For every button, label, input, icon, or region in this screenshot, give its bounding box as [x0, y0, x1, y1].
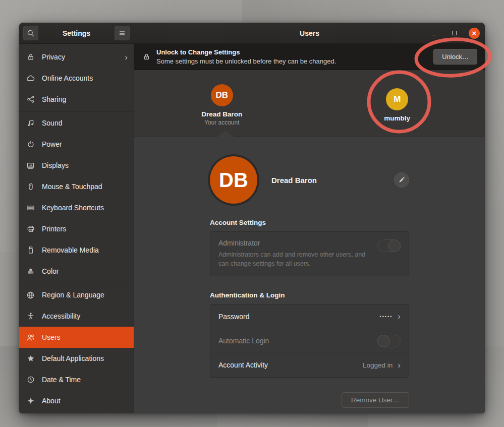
share-icon	[26, 95, 35, 104]
sidebar-item-label: Default Applications	[42, 354, 104, 362]
sidebar-item-label: Region & Language	[42, 291, 104, 299]
close-button[interactable]: ×	[469, 28, 480, 39]
star-icon	[26, 354, 35, 363]
sidebar-item-region-language[interactable]: Region & Language	[19, 284, 134, 306]
printer-icon	[26, 225, 35, 233]
edit-name-button[interactable]	[394, 172, 409, 188]
power-icon	[26, 140, 35, 149]
sidebar-item-users[interactable]: Users	[19, 327, 134, 348]
sidebar-item-displays[interactable]: Displays	[19, 155, 134, 176]
sidebar-item-privacy[interactable]: Privacy ›	[19, 46, 134, 68]
sidebar-item-about[interactable]: About	[19, 390, 134, 411]
sidebar-item-label: About	[42, 397, 61, 405]
sidebar-item-date-time[interactable]: Date & Time	[19, 369, 134, 390]
globe-icon	[26, 291, 35, 299]
automatic-login-toggle[interactable]	[377, 335, 401, 347]
users-icon	[26, 333, 35, 342]
administrator-description: Administrators can add and remove other …	[218, 250, 370, 268]
sidebar-item-label: Power	[42, 140, 62, 148]
sparkle-icon	[26, 397, 35, 405]
sidebar-item-accessibility[interactable]: Accessibility	[19, 306, 134, 327]
account-settings-card: Administrator Administrators can add and…	[210, 231, 409, 276]
toggle-knob	[377, 335, 390, 347]
settings-window: Settings Privacy › Online Accounts	[19, 23, 485, 413]
sidebar-item-label: Accessibility	[42, 312, 80, 320]
sidebar-item-removable-media[interactable]: Removable Media	[19, 239, 134, 261]
user-card-mumbly[interactable]: M mumbly	[310, 70, 485, 137]
maximize-button[interactable]	[449, 28, 460, 39]
account-activity-row[interactable]: Account Activity Logged in ›	[210, 353, 409, 377]
sidebar-item-sharing[interactable]: Sharing	[19, 89, 134, 110]
sidebar-item-keyboard-shortcuts[interactable]: Keyboard Shortcuts	[19, 197, 134, 218]
menu-button[interactable]	[115, 26, 130, 40]
chevron-right-icon: ›	[398, 312, 401, 321]
pencil-icon	[398, 176, 405, 184]
avatar-initials: DB	[219, 169, 248, 192]
avatar-initials: DB	[215, 90, 228, 100]
search-button[interactable]	[23, 26, 38, 40]
auth-login-card: Password ••••• › Automatic Login Acco	[210, 304, 409, 378]
selected-user-pointer	[217, 131, 234, 137]
sidebar-item-default-applications[interactable]: Default Applications	[19, 348, 134, 369]
sidebar-item-label: Displays	[42, 161, 69, 169]
sidebar-item-label: Keyboard Shortcuts	[42, 204, 104, 212]
avatar: DB	[211, 84, 233, 106]
automatic-login-label: Automatic Login	[218, 337, 269, 345]
user-carousel: DB Dread Baron Your account M mumbly	[134, 70, 485, 137]
remove-user-button[interactable]: Remove User…	[342, 392, 409, 408]
sidebar-header: Settings	[19, 23, 134, 44]
administrator-row: Administrator Administrators can add and…	[210, 232, 409, 276]
minimize-button[interactable]	[428, 28, 439, 39]
sidebar-item-online-accounts[interactable]: Online Accounts	[19, 68, 134, 89]
administrator-toggle[interactable]	[377, 239, 401, 252]
lock-icon	[143, 53, 150, 60]
sidebar-item-color[interactable]: Color	[19, 261, 134, 282]
section-heading-account-settings: Account Settings	[210, 219, 409, 226]
user-name: Dread Baron	[201, 110, 242, 118]
sidebar-item-label: Mouse & Touchpad	[42, 182, 102, 191]
automatic-login-row: Automatic Login	[210, 329, 409, 353]
sidebar-separator	[19, 283, 134, 283]
search-icon	[27, 29, 35, 37]
sidebar-item-label: Online Accounts	[42, 74, 93, 82]
user-name: mumbly	[384, 114, 410, 122]
sidebar-item-label: Privacy	[42, 53, 65, 61]
sidebar-separator	[19, 111, 134, 111]
music-note-icon	[26, 119, 35, 128]
password-row[interactable]: Password ••••• ›	[210, 304, 409, 329]
user-details: DB Dread Baron Account Settings Administ…	[134, 137, 485, 413]
headerbar: Users ×	[134, 23, 485, 44]
banner-title: Unlock to Change Settings	[156, 48, 336, 57]
chevron-right-icon: ›	[398, 361, 401, 370]
avatar: DB	[210, 156, 257, 204]
lock-icon	[26, 53, 35, 62]
sidebar-item-label: Sound	[42, 119, 62, 127]
avatar: M	[386, 88, 408, 110]
window-controls: ×	[428, 28, 480, 39]
maximize-icon	[452, 31, 457, 35]
chevron-right-icon: ›	[125, 53, 128, 62]
sidebar-item-mouse-touchpad[interactable]: Mouse & Touchpad	[19, 176, 134, 197]
sidebar-item-printers[interactable]: Printers	[19, 218, 134, 239]
sidebar-app-title: Settings	[63, 29, 90, 37]
sidebar: Settings Privacy › Online Accounts	[19, 23, 134, 413]
password-dots: •••••	[380, 314, 393, 319]
user-card-dread-baron[interactable]: DB Dread Baron Your account	[134, 70, 310, 137]
sidebar-item-label: Sharing	[42, 95, 66, 103]
sidebar-item-label: Users	[42, 333, 61, 341]
display-icon	[26, 161, 35, 170]
banner-subtitle: Some settings must be unlocked before th…	[156, 57, 336, 66]
unlock-button[interactable]: Unlock…	[433, 49, 477, 65]
accessibility-icon	[26, 312, 35, 321]
account-activity-label: Account Activity	[218, 361, 268, 369]
sidebar-item-power[interactable]: Power	[19, 134, 134, 155]
password-label: Password	[218, 313, 249, 321]
drive-icon	[26, 246, 35, 255]
users-panel: Users × Unlock to Change Settings Some s…	[134, 23, 485, 413]
sidebar-item-sound[interactable]: Sound	[19, 112, 134, 134]
profile-name: Dread Baron	[271, 176, 317, 185]
clock-icon	[26, 376, 35, 384]
administrator-label: Administrator	[218, 238, 370, 248]
section-heading-auth-login: Authentication & Login	[210, 291, 409, 299]
avatar-initials: M	[394, 94, 401, 104]
